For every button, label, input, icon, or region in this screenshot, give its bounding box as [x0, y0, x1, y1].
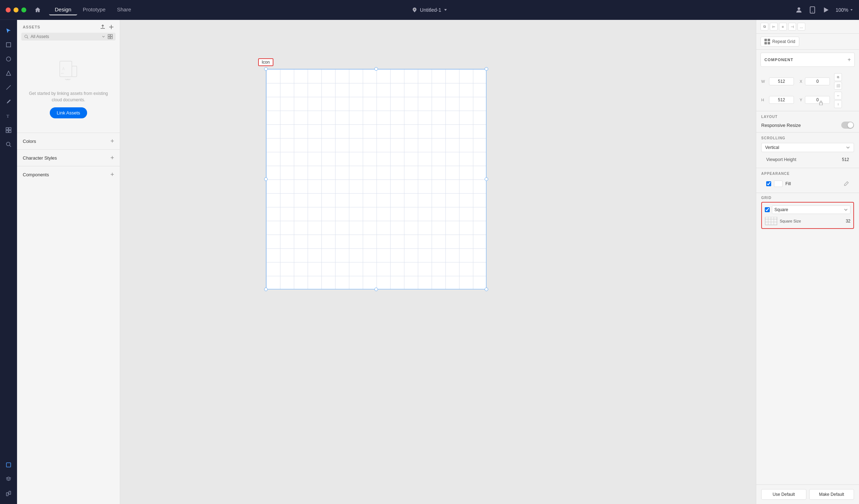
svg-rect-12 [9, 130, 11, 133]
handle-mr[interactable] [485, 177, 488, 181]
minimize-button[interactable] [14, 7, 18, 12]
layers-tool[interactable] [2, 459, 15, 471]
copy-icon[interactable]: ⧉ [761, 23, 768, 31]
svg-text:A: A [62, 67, 65, 71]
svg-rect-5 [6, 43, 11, 47]
scrolling-title: SCROLLING [761, 136, 854, 140]
component-add-icon[interactable]: + [848, 57, 851, 63]
align-center-icon[interactable]: ≡ [779, 23, 787, 31]
handle-tr[interactable] [485, 67, 488, 71]
search-tool[interactable] [2, 138, 15, 151]
handle-bl[interactable] [264, 288, 268, 291]
pen-tool[interactable] [2, 95, 15, 108]
character-styles-section-header[interactable]: Character Styles + [23, 150, 114, 166]
appearance-section: APPEARANCE Fill [756, 168, 859, 193]
flip-v-icon[interactable]: ↕ [834, 100, 842, 108]
colors-section-header[interactable]: Colors + [23, 133, 114, 149]
handle-tl[interactable] [264, 67, 268, 71]
assets-tool[interactable] [2, 124, 15, 136]
h-input[interactable] [769, 96, 794, 104]
fill-checkbox[interactable] [766, 181, 771, 186]
responsive-resize-toggle[interactable] [841, 122, 854, 129]
zoom-control[interactable]: 100% [836, 7, 853, 13]
titlebar: Design Prototype Share Untitled-1 100% [0, 0, 859, 20]
repeat-grid-button[interactable]: Repeat Grid [761, 37, 799, 47]
dropdown-icon[interactable] [101, 34, 106, 39]
nav-share[interactable]: Share [111, 4, 137, 15]
svg-line-21 [27, 37, 28, 38]
viewport-label: Viewport Height [766, 157, 796, 162]
h-label: H [761, 98, 766, 102]
layers-stack-tool[interactable] [2, 473, 15, 486]
flip-h-icon[interactable]: ↔ [834, 92, 842, 100]
repeat-grid-icon [764, 39, 770, 44]
scrolling-dropdown-inner[interactable]: Vertical [761, 143, 854, 152]
svg-point-3 [812, 11, 813, 12]
assets-panel: ASSETS A ≡≡ Get starte [17, 20, 120, 504]
user-icon [795, 6, 803, 14]
svg-point-6 [6, 57, 11, 61]
fill-row: Fill [761, 178, 854, 189]
text-tool[interactable]: T [2, 109, 15, 122]
add-icon[interactable] [108, 24, 114, 30]
more-icon[interactable]: … [797, 23, 805, 31]
play-icon[interactable] [822, 6, 830, 14]
handle-tc[interactable] [374, 67, 378, 71]
scrolling-dropdown[interactable]: Vertical [761, 143, 854, 152]
assets-empty-icon: A ≡≡ [54, 58, 83, 86]
canvas-area[interactable]: Icon [120, 20, 756, 504]
home-icon[interactable] [33, 6, 42, 14]
align-right-icon[interactable]: ⊣ [788, 23, 796, 31]
link-assets-button[interactable]: Link Assets [50, 107, 87, 118]
colors-add-icon[interactable]: + [110, 138, 114, 144]
assets-empty: A ≡≡ Get started by linking assets from … [17, 43, 120, 133]
handle-bc[interactable] [374, 288, 378, 291]
component-title: COMPONENT [764, 58, 793, 62]
grid-view-icon[interactable] [108, 34, 113, 39]
components-add-icon[interactable]: + [110, 171, 114, 178]
x-input[interactable] [805, 77, 830, 85]
handle-br[interactable] [485, 288, 488, 291]
ellipse-tool[interactable] [2, 53, 15, 65]
fill-edit-icon[interactable] [843, 181, 849, 187]
responsive-resize-row: Responsive Resize [761, 122, 854, 129]
close-button[interactable] [6, 7, 11, 12]
line-tool[interactable] [2, 81, 15, 94]
maximize-button[interactable] [21, 7, 26, 12]
export-icon[interactable] [100, 24, 106, 30]
canvas-grid [266, 69, 486, 289]
rectangle-tool[interactable] [2, 38, 15, 51]
grid-type-select[interactable]: Square [772, 205, 850, 214]
nav-design[interactable]: Design [49, 4, 77, 15]
y-input[interactable] [805, 96, 830, 104]
layout-title: LAYOUT [761, 115, 854, 119]
svg-point-20 [25, 35, 28, 38]
svg-rect-25 [111, 37, 112, 39]
fill-color-swatch[interactable] [774, 181, 783, 187]
canvas-frame[interactable] [266, 69, 486, 289]
w-input[interactable] [769, 77, 794, 85]
select-tool[interactable] [2, 24, 15, 37]
plugins-tool[interactable] [2, 487, 15, 500]
svg-rect-17 [9, 491, 11, 494]
make-default-button[interactable]: Make Default [809, 489, 854, 500]
grid-type-checkbox[interactable] [765, 207, 770, 212]
right-panel: ⧉ ⊢ ≡ ⊣ … Repeat Grid COMPONENT + [756, 20, 859, 504]
element-label: Icon [258, 58, 273, 66]
align-left-icon[interactable]: ⊢ [770, 23, 778, 31]
handle-ml[interactable] [264, 177, 268, 181]
use-default-button[interactable]: Use Default [761, 489, 806, 500]
components-section-header[interactable]: Components + [23, 166, 114, 183]
svg-marker-4 [824, 7, 829, 12]
nav-prototype[interactable]: Prototype [77, 4, 111, 15]
layout-section: LAYOUT Responsive Resize [756, 111, 859, 133]
svg-text:T: T [6, 113, 9, 119]
search-input[interactable] [31, 34, 99, 39]
triangle-tool[interactable] [2, 67, 15, 80]
top-icon-group: ⧉ ⊢ ≡ ⊣ … [761, 23, 805, 31]
copy-size-icon[interactable]: ⧉ [834, 73, 842, 81]
dimension-icons-2: ↔ ↕ [834, 92, 842, 108]
responsive-icon[interactable]: ⬜ [834, 82, 842, 90]
character-styles-add-icon[interactable]: + [110, 155, 114, 161]
search-bar[interactable] [21, 33, 116, 41]
